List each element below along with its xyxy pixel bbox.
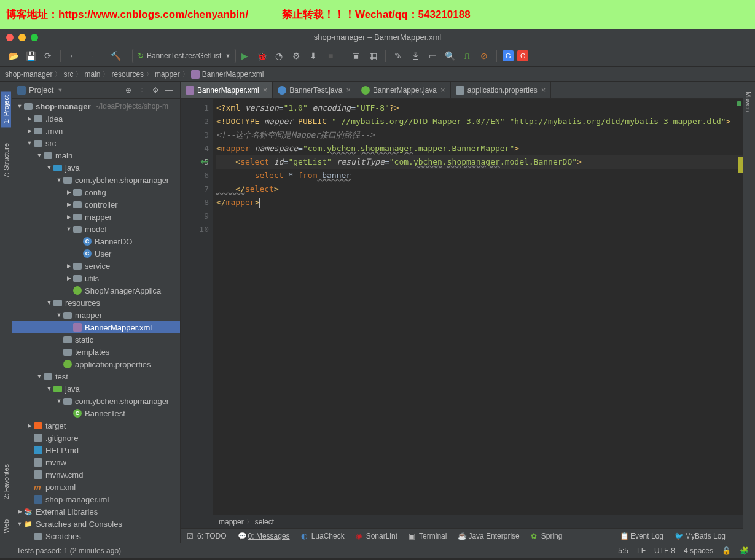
tree-model[interactable]: ▼model	[12, 223, 180, 235]
close-icon[interactable]: ×	[440, 85, 445, 95]
memory-indicator-icon[interactable]: 🧩	[740, 546, 749, 555]
tree-main[interactable]: ▼main	[12, 149, 180, 161]
build-icon[interactable]: 🔨	[109, 49, 122, 63]
search-icon[interactable]: 🔍	[443, 49, 456, 63]
profile-icon[interactable]: ⚙	[289, 49, 303, 63]
status-caret-position[interactable]: 5:5	[618, 546, 628, 555]
card-icon[interactable]: ▭	[426, 49, 439, 63]
tree-bannertest[interactable]: CBannerTest	[12, 407, 180, 419]
crumb-resources[interactable]: resources	[111, 70, 144, 79]
breadcrumb-mapper[interactable]: mapper	[219, 518, 244, 526]
tool-terminal[interactable]: ▣Terminal	[409, 532, 447, 540]
tool-todo[interactable]: ☑6: TODO	[187, 532, 227, 540]
run-configuration-selector[interactable]: ↻ BannerTest.testGetList ▼	[132, 49, 236, 63]
scroll-from-source-icon[interactable]: ⊕	[122, 84, 135, 96]
tree-user[interactable]: CUser	[12, 247, 180, 260]
tool-messages[interactable]: 💬0: Messages	[238, 532, 290, 540]
attach-icon[interactable]: ⬇	[307, 49, 320, 63]
tree-templates[interactable]: templates	[12, 346, 180, 358]
inspections-ok-icon[interactable]	[737, 101, 741, 106]
tree-test-java[interactable]: ▼java	[12, 383, 180, 395]
window-zoom-icon[interactable]	[31, 34, 38, 41]
window-close-icon[interactable]	[6, 34, 14, 41]
code-editor[interactable]: <?xml version="1.0" encoding="UTF-8"?> <…	[213, 99, 743, 515]
crumb-mapper[interactable]: mapper	[155, 70, 180, 79]
db-icon[interactable]: 🗄	[409, 49, 422, 63]
tool-eventlog[interactable]: 📋Event Log	[620, 532, 663, 540]
tree-extlibs[interactable]: ▶📚External Libraries	[12, 505, 180, 518]
gear-icon[interactable]: ⚙	[149, 84, 162, 96]
close-icon[interactable]: ×	[541, 85, 546, 95]
readonly-lock-icon[interactable]: 🔓	[722, 546, 731, 555]
tree-config[interactable]: ▶config	[12, 186, 180, 198]
save-icon[interactable]: 💾	[24, 49, 37, 63]
tree-scratches[interactable]: ▼📁Scratches and Consoles	[12, 518, 180, 530]
collapse-icon[interactable]: ÷	[136, 84, 148, 96]
crumb-src[interactable]: src	[63, 70, 73, 79]
tree-test-pkg[interactable]: ▼com.ybchen.shopmanager	[12, 395, 180, 407]
tree-utils[interactable]: ▶utils	[12, 272, 180, 284]
chevron-down-icon[interactable]: ▼	[57, 87, 63, 93]
editor-body[interactable]: 1 2 3 4 5 6 7 8 9 10 ↩ <?xml version="1.…	[181, 99, 743, 515]
tree-mvnwcmd[interactable]: mvnw.cmd	[12, 469, 180, 481]
tree-shopapp[interactable]: ShopManagerApplica	[12, 284, 180, 297]
tools-icon[interactable]: ✎	[391, 49, 405, 63]
layout-icon[interactable]: ▣	[349, 49, 362, 63]
stop-icon[interactable]: ■	[324, 49, 337, 63]
tool-tab-maven[interactable]: Maven	[743, 88, 753, 115]
error-stripe[interactable]	[735, 99, 743, 515]
layout2-icon[interactable]: ▦	[366, 49, 380, 63]
tree-static[interactable]: static	[12, 333, 180, 346]
tree-idea[interactable]: ▶.idea	[12, 112, 180, 125]
tab-bannermapper-xml[interactable]: BannerMapper.xml×	[181, 82, 273, 98]
tree-mvn[interactable]: ▶.mvn	[12, 125, 180, 137]
tool-luacheck[interactable]: ◐LuaCheck	[301, 532, 345, 540]
tab-bannermapper-java[interactable]: BannerMapper.java×	[356, 82, 451, 98]
forward-icon[interactable]: →	[84, 49, 97, 63]
run-icon[interactable]: ▶	[238, 49, 251, 63]
tree-resources[interactable]: ▼resources	[12, 297, 180, 309]
tree-mvnw[interactable]: mvnw	[12, 456, 180, 469]
status-indent[interactable]: 4 spaces	[684, 546, 713, 555]
method-implementation-icon[interactable]: ↩	[200, 155, 209, 168]
status-line-ending[interactable]: LF	[637, 546, 646, 555]
tree-target[interactable]: ▶target	[12, 419, 180, 432]
tree-bannerdo[interactable]: CBannerDO	[12, 235, 180, 247]
tree-iml[interactable]: shop-manager.iml	[12, 493, 180, 505]
crumb-main[interactable]: main	[84, 70, 100, 79]
tab-app-properties[interactable]: application.properties×	[451, 82, 552, 98]
close-icon[interactable]: ×	[263, 85, 268, 95]
tool-javaee[interactable]: ☕Java Enterprise	[458, 532, 519, 540]
tree-test[interactable]: ▼test	[12, 370, 180, 383]
tree-root[interactable]: ▼shop-manager~/IdeaProjects/shop-m	[12, 100, 180, 112]
tool-spring[interactable]: ✿Spring	[531, 532, 563, 540]
tool-sonarlint[interactable]: ◉SonarLint	[356, 532, 397, 540]
tree-service[interactable]: ▶service	[12, 260, 180, 272]
tree-controller[interactable]: ▶controller	[12, 198, 180, 211]
reload-icon[interactable]: ⟳	[41, 49, 55, 63]
tool-tab-project[interactable]: 1: Project	[1, 91, 11, 127]
tree-src[interactable]: ▼src	[12, 137, 180, 149]
tool-mybatislog[interactable]: 🐦MyBatis Log	[675, 532, 726, 540]
close-icon[interactable]: ×	[346, 85, 351, 95]
tree-gitignore[interactable]: .gitignore	[12, 432, 180, 444]
tool-tab-favorites[interactable]: 2: Favorites	[1, 461, 11, 503]
hide-icon[interactable]: —	[163, 84, 175, 96]
tree-mapper-pkg[interactable]: ▶mapper	[12, 211, 180, 223]
breadcrumb-select[interactable]: select	[255, 518, 274, 526]
tree-helpmd[interactable]: HELP.md	[12, 444, 180, 456]
status-encoding[interactable]: UTF-8	[654, 546, 675, 555]
tab-bannertest-java[interactable]: BannerTest.java×	[273, 82, 356, 98]
open-file-icon[interactable]: 📂	[7, 49, 20, 63]
tool-tab-structure[interactable]: 7: Structure	[1, 139, 11, 182]
window-minimize-icon[interactable]	[18, 34, 26, 41]
debug-icon[interactable]: 🐞	[255, 49, 268, 63]
forbid-icon[interactable]: ⊘	[477, 49, 491, 63]
tree-appprops[interactable]: application.properties	[12, 358, 180, 370]
crumb-file[interactable]: BannerMapper.xml	[202, 70, 264, 79]
pulse-icon[interactable]: ⎍	[460, 49, 474, 63]
tree-bannermapper-xml[interactable]: BannerMapper.xml	[12, 321, 180, 333]
back-icon[interactable]: ←	[66, 49, 80, 63]
project-tree[interactable]: ▼shop-manager~/IdeaProjects/shop-m ▶.ide…	[12, 99, 180, 543]
tree-java[interactable]: ▼java	[12, 161, 180, 174]
